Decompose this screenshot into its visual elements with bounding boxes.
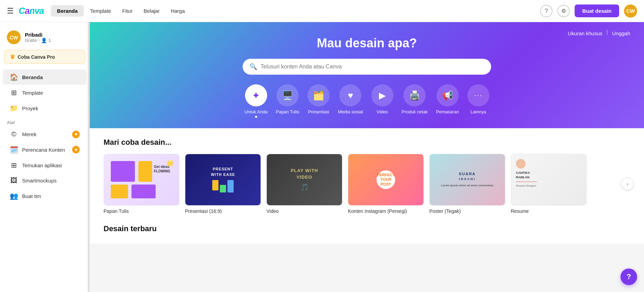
ukuran-khusus-link[interactable]: Ukuran khusus (568, 29, 602, 38)
category-untuk-anda[interactable]: ✦ Untuk Anda (244, 84, 267, 118)
avatar: CW (7, 30, 21, 44)
sidebar-section-alat: Alat (0, 116, 89, 126)
apps-icon: ⊞ (10, 161, 18, 169)
category-media-sosial[interactable]: ♥ Media sosial (338, 84, 363, 118)
sidebar-nav-item-template[interactable]: ⊞ Template (3, 85, 87, 100)
hero-title: Mau desain apa? (110, 36, 623, 50)
section-try-title: Mari coba desain... (104, 138, 630, 147)
active-indicator (255, 116, 257, 118)
more-icon: ··· (474, 91, 482, 100)
presentation-icon: 🗂️ (313, 90, 324, 101)
section-try-design: Mari coba desain... Get ideasFLOWING 🌟 (90, 128, 644, 217)
media-sosial-circle: ♥ (339, 84, 361, 106)
design-card-poster[interactable]: SUARA INSANI Lorem ipsum dolor sit amet … (429, 154, 505, 214)
beranda-nav-button[interactable]: Beranda (51, 5, 84, 17)
nav-right: ? ⚙ Buat desain CW (540, 4, 637, 18)
untuk-anda-circle: ✦ (245, 84, 267, 106)
settings-icon[interactable]: ⚙ (557, 5, 570, 17)
hero-categories: ✦ Untuk Anda 🖥️ Papan Tulis 🗂️ Presentas… (110, 84, 623, 118)
video-icon: ▶ (379, 90, 386, 101)
calendar-icon: 🗓️ (10, 145, 18, 154)
produk-cetak-circle: 🖨️ (403, 84, 426, 106)
sidebar-nav-item-perencana-konten[interactable]: 🗓️ Perencana Konten ★ (3, 142, 87, 157)
team-icon: 👥 (10, 192, 18, 200)
category-label: Presentasi (308, 109, 329, 114)
presentasi-circle: 🗂️ (308, 84, 330, 106)
pemasaran-circle: 📢 (437, 84, 459, 106)
template-nav-button[interactable]: Template (85, 5, 116, 17)
help-bubble[interactable]: ? (621, 269, 637, 285)
lainnya-circle: ··· (467, 84, 489, 106)
crown-icon: ♛ (10, 54, 15, 60)
card-label-poster: Poster (Tegak) (429, 208, 505, 214)
card-label-instagram: Konten Instagram (Persegi) (348, 208, 424, 214)
harga-nav-button[interactable]: Harga (166, 5, 190, 17)
category-presentasi[interactable]: 🗂️ Presentasi (308, 84, 330, 118)
design-card-presentasi[interactable]: PRESENT WITH EASE Presentasi (16:9) (185, 154, 261, 214)
canva-logo: Canva (19, 6, 44, 16)
user-plan: Gratis • 👤 1 (25, 38, 51, 43)
belajar-nav-button[interactable]: Belajar (139, 5, 165, 17)
design-cards-wrapper: Get ideasFLOWING 🌟 Papan Tulis PRESENT W… (104, 154, 630, 214)
sidebar-nav-item-temukan-aplikasi[interactable]: ⊞ Temukan aplikasi (3, 158, 87, 173)
badge-merek: ★ (72, 131, 80, 138)
folder-icon: 📁 (10, 104, 18, 112)
card-image-video: PLAY WITH VIDEO 🎵 (266, 154, 342, 206)
category-label: Pemasaran (436, 109, 459, 114)
sidebar-nav-item-proyek[interactable]: 📁 Proyek (3, 101, 87, 116)
sidebar-nav-item-beranda[interactable]: 🏠 Beranda (3, 69, 87, 85)
cards-next-button[interactable]: › (621, 178, 634, 190)
card-image-instagram: PERFECTYOUR POST (348, 154, 424, 206)
design-card-video[interactable]: PLAY WITH VIDEO 🎵 Video (266, 154, 342, 214)
megaphone-icon: 📢 (442, 90, 453, 101)
user-name: Pribadi (25, 32, 51, 38)
category-video[interactable]: ▶ Video (371, 84, 393, 118)
video-circle: ▶ (371, 84, 393, 106)
coba-canva-pro-button[interactable]: ♛ Coba Canva Pro (4, 50, 85, 64)
category-label: Untuk Anda (244, 109, 267, 114)
heart-icon: ♥ (348, 90, 353, 101)
category-label: Media sosial (338, 109, 363, 114)
category-papan-tulis[interactable]: 🖥️ Papan Tulis (276, 84, 299, 118)
home-icon: 🏠 (10, 73, 18, 81)
sidebar-user-info: Pribadi Gratis • 👤 1 (25, 32, 51, 43)
design-card-papan-tulis[interactable]: Get ideasFLOWING 🌟 Papan Tulis (104, 154, 179, 214)
template-icon: ⊞ (10, 88, 18, 97)
card-label-resume: Resume (511, 208, 587, 214)
brand-icon: © (10, 130, 18, 138)
design-card-resume[interactable]: CANTIKA RAMLAN Resume Designer Resume (511, 154, 587, 214)
sidebar: CW Pribadi Gratis • 👤 1 ♛ Coba Canva Pro… (0, 22, 90, 292)
sidebar-nav-item-buat-tim[interactable]: 👥 Buat tim (3, 188, 87, 204)
search-input[interactable] (261, 64, 484, 70)
sidebar-user: CW Pribadi Gratis • 👤 1 (0, 28, 89, 50)
category-produk-cetak[interactable]: 🖨️ Produk cetak (402, 84, 428, 118)
unggah-link[interactable]: Unggah (612, 29, 630, 38)
card-image-resume: CANTIKA RAMLAN Resume Designer (511, 154, 587, 206)
card-label-video: Video (266, 208, 342, 214)
badge-perencana: ★ (72, 146, 80, 153)
whiteboard-icon: 🖥️ (282, 90, 293, 101)
category-label: Produk cetak (402, 109, 428, 114)
category-pemasaran[interactable]: 📢 Pemasaran (436, 84, 459, 118)
category-label: Papan Tulis (276, 109, 299, 114)
sidebar-nav-item-merek[interactable]: © Merek ★ (3, 127, 87, 142)
sidebar-nav-item-smartmockups[interactable]: 🖼 Smartmockups (3, 173, 87, 188)
help-icon[interactable]: ? (540, 5, 553, 17)
fitur-nav-button[interactable]: Fitur (117, 5, 137, 17)
star-icon: ✦ (252, 90, 260, 101)
category-label: Lainnya (470, 109, 486, 114)
user-avatar-button[interactable]: CW (624, 4, 637, 18)
mockup-icon: 🖼 (10, 177, 18, 185)
card-image-poster: SUARA INSANI Lorem ipsum dolor sit amet … (429, 154, 505, 206)
category-label: Video (377, 109, 388, 114)
sidebar-scrollbar (88, 22, 89, 292)
section-recent-title: Desain terbaru (104, 224, 630, 233)
search-icon: 🔍 (250, 63, 257, 70)
hamburger-button[interactable]: ☰ (7, 7, 14, 16)
hero-section: Ukuran khusus | Unggah Mau desain apa? 🔍… (90, 22, 644, 128)
buat-desain-button[interactable]: Buat desain (575, 4, 619, 17)
main-content: Ukuran khusus | Unggah Mau desain apa? 🔍… (90, 22, 644, 292)
category-lainnya[interactable]: ··· Lainnya (467, 84, 489, 118)
section-recent-design: Desain terbaru (90, 217, 644, 244)
design-card-instagram[interactable]: PERFECTYOUR POST Konten Instagram (Perse… (348, 154, 424, 214)
